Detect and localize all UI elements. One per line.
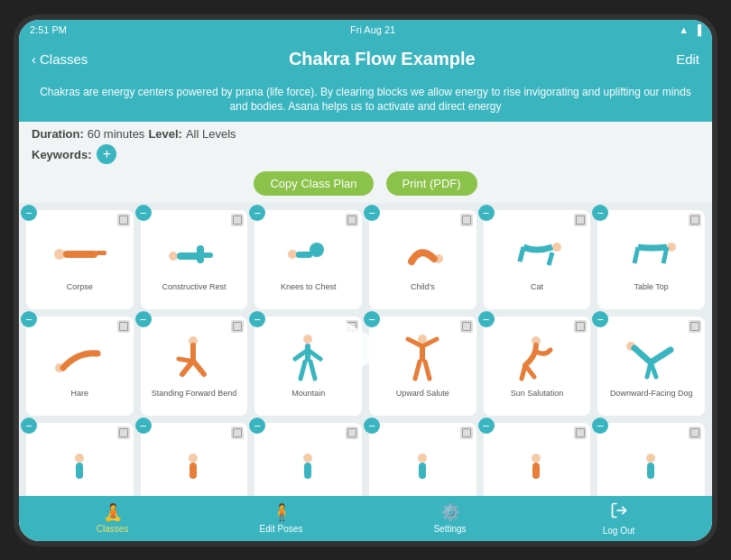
svg-point-44 bbox=[532, 454, 541, 463]
svg-rect-41 bbox=[304, 463, 311, 479]
pose-remove-button[interactable]: − bbox=[592, 311, 608, 327]
pose-card: −Pose 14 bbox=[141, 423, 248, 495]
pose-notes-icon[interactable] bbox=[574, 427, 587, 439]
pose-figure bbox=[620, 225, 683, 279]
pose-notes-icon[interactable] bbox=[460, 320, 473, 333]
svg-rect-8 bbox=[296, 252, 312, 258]
edit-button[interactable]: Edit bbox=[676, 51, 699, 67]
pose-notes-icon[interactable] bbox=[117, 427, 130, 439]
pose-remove-button[interactable]: − bbox=[249, 418, 265, 434]
duration-value: 60 minutes bbox=[88, 127, 145, 141]
status-time: 2:51 PM bbox=[30, 24, 67, 35]
bottom-nav-item-log-out[interactable]: Log Out bbox=[534, 501, 703, 536]
svg-line-16 bbox=[634, 247, 638, 263]
pose-notes-icon[interactable] bbox=[460, 214, 473, 226]
svg-line-30 bbox=[415, 362, 420, 379]
pose-name: Knees to Chest bbox=[281, 282, 337, 292]
pose-notes-icon[interactable] bbox=[574, 214, 587, 226]
pose-notes-icon[interactable] bbox=[346, 214, 358, 226]
back-label: Classes bbox=[40, 51, 88, 67]
bottom-nav-item-classes[interactable]: 🧘Classes bbox=[28, 502, 197, 534]
add-keyword-button[interactable]: + bbox=[97, 144, 116, 164]
pose-card: −Knees to Chest bbox=[254, 210, 362, 309]
svg-line-25 bbox=[310, 362, 315, 379]
print-pdf-button[interactable]: Print (PDF) bbox=[386, 171, 477, 196]
svg-point-7 bbox=[288, 250, 297, 259]
pose-remove-button[interactable]: − bbox=[364, 311, 380, 327]
bottom-nav-item-settings[interactable]: ⚙️Settings bbox=[366, 502, 534, 534]
pose-remove-button[interactable]: − bbox=[135, 418, 152, 434]
pose-notes-icon[interactable] bbox=[574, 320, 587, 333]
pose-card: −Hare bbox=[26, 317, 134, 416]
pose-notes-icon[interactable] bbox=[346, 427, 358, 439]
svg-point-11 bbox=[552, 243, 561, 252]
pose-figure bbox=[162, 225, 226, 279]
pose-card: −Table Top bbox=[597, 210, 705, 309]
meta-row: Duration: 60 minutes Level: All Levels bbox=[32, 127, 699, 141]
pose-notes-icon[interactable] bbox=[117, 320, 130, 333]
keywords-row: Keywords: + bbox=[32, 144, 699, 164]
svg-point-38 bbox=[189, 454, 198, 463]
pose-card: −Upward Salute bbox=[369, 317, 477, 416]
bottom-nav-label-settings: Settings bbox=[433, 524, 466, 534]
pose-remove-button[interactable]: − bbox=[592, 418, 608, 434]
bottom-nav-item-edit-poses[interactable]: 🧍Edit Poses bbox=[197, 502, 366, 534]
pose-remove-button[interactable]: − bbox=[21, 205, 37, 221]
nav-bar: ‹ Classes Chakra Flow Example Edit bbox=[19, 40, 712, 79]
gear-icon: ⚙️ bbox=[440, 502, 460, 522]
description-text: Chakras are energy centers powered by pr… bbox=[40, 86, 691, 114]
svg-line-14 bbox=[520, 247, 523, 262]
pose-remove-button[interactable]: − bbox=[249, 311, 265, 327]
chevron-left-icon: ‹ bbox=[32, 51, 36, 67]
pose-notes-icon[interactable] bbox=[231, 214, 244, 226]
device-frame: 2:51 PM Fri Aug 21 ▲ ▐ ‹ Classes Chakra … bbox=[14, 14, 717, 546]
pose-notes-icon[interactable] bbox=[231, 427, 244, 439]
pose-remove-button[interactable]: − bbox=[21, 311, 37, 327]
pose-name: Standing Forward Bend bbox=[152, 389, 237, 399]
pose-name: Corpse bbox=[67, 282, 93, 292]
pose-remove-button[interactable]: − bbox=[364, 205, 380, 221]
pose-notes-icon[interactable] bbox=[231, 320, 244, 333]
pose-remove-button[interactable]: − bbox=[364, 418, 380, 434]
pose-remove-button[interactable]: − bbox=[478, 311, 495, 327]
pose-notes-icon[interactable] bbox=[689, 427, 701, 439]
svg-point-9 bbox=[310, 243, 324, 257]
pose-figure bbox=[48, 225, 111, 279]
bottom-nav-label-classes: Classes bbox=[97, 524, 129, 534]
pose-notes-icon[interactable] bbox=[689, 214, 701, 226]
pose-remove-button[interactable]: − bbox=[478, 205, 495, 221]
pose-figure bbox=[391, 225, 454, 279]
svg-rect-45 bbox=[532, 463, 540, 479]
pose-remove-button[interactable]: − bbox=[135, 311, 152, 327]
pose-figure bbox=[620, 331, 683, 385]
pose-card: −Downward-Facing Dog bbox=[597, 317, 705, 416]
svg-line-13 bbox=[549, 252, 552, 265]
bottom-nav: 🧘Classes🧍Edit Poses⚙️SettingsLog Out bbox=[19, 496, 712, 541]
pose-name: Upward Salute bbox=[396, 389, 449, 399]
person-icon: 🧘 bbox=[103, 502, 123, 522]
pose-notes-icon[interactable] bbox=[689, 320, 701, 333]
poses-grid: −Corpse−Constructive Rest−Knees to Chest… bbox=[19, 203, 712, 495]
keywords-label: Keywords: bbox=[32, 148, 91, 161]
pose-remove-button[interactable]: − bbox=[592, 205, 608, 221]
pose-figure bbox=[620, 437, 683, 491]
pose-figure bbox=[277, 437, 340, 491]
status-right: ▲ ▐ bbox=[679, 24, 701, 35]
screen: 2:51 PM Fri Aug 21 ▲ ▐ ‹ Classes Chakra … bbox=[19, 20, 712, 541]
pose-notes-icon[interactable] bbox=[460, 427, 473, 439]
pose-notes-icon[interactable] bbox=[117, 214, 130, 226]
copy-class-plan-button[interactable]: Copy Class Plan bbox=[254, 171, 373, 196]
pose-remove-button[interactable]: − bbox=[249, 205, 265, 221]
pose-notes-icon[interactable] bbox=[346, 320, 358, 333]
pose-name: Table Top bbox=[634, 282, 668, 292]
pose-remove-button[interactable]: − bbox=[135, 205, 152, 221]
pose-remove-button[interactable]: − bbox=[21, 418, 37, 434]
pose-figure bbox=[162, 437, 226, 491]
svg-rect-6 bbox=[202, 252, 213, 258]
pose-card: −Constructive Rest bbox=[141, 210, 248, 309]
wifi-icon: ▲ bbox=[679, 24, 689, 35]
back-button[interactable]: ‹ Classes bbox=[32, 51, 88, 67]
poses-area: −Corpse−Constructive Rest−Knees to Chest… bbox=[19, 203, 712, 495]
pose-remove-button[interactable]: − bbox=[478, 418, 495, 434]
pose-figure bbox=[391, 331, 454, 385]
